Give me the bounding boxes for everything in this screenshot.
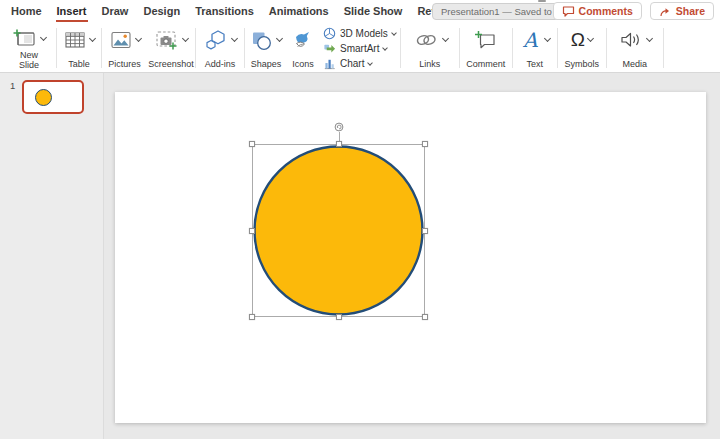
ribbon-button-label: Symbols — [565, 59, 600, 69]
chevron-down-icon — [544, 35, 551, 42]
chevron-down-icon — [383, 45, 389, 51]
oval-shape[interactable] — [252, 144, 425, 317]
tab-design[interactable]: Design — [142, 2, 181, 22]
add-ins-icon — [203, 29, 229, 51]
chart-button[interactable]: Chart — [323, 57, 396, 70]
resize-handle-se[interactable] — [422, 314, 428, 320]
ribbon-button-label: Links — [419, 59, 440, 69]
pictures-button[interactable]: Pictures — [102, 24, 147, 72]
icons-icon — [291, 29, 315, 51]
slide-thumbnail[interactable] — [22, 80, 84, 114]
slide-thumbnail-panel: 1 — [0, 73, 104, 439]
chevron-down-icon — [368, 60, 374, 66]
resize-handle-ne[interactable] — [422, 141, 428, 147]
icons-button[interactable]: Icons — [287, 24, 319, 72]
media-button[interactable]: Media — [607, 24, 663, 72]
group-separator — [663, 28, 664, 68]
table-icon — [63, 30, 87, 50]
thumbnail-circle-shape — [35, 89, 52, 106]
pictures-icon — [109, 30, 133, 50]
omega-icon: Ω — [571, 30, 585, 50]
media-speaker-icon — [618, 30, 644, 50]
tab-animations[interactable]: Animations — [268, 2, 330, 22]
chevron-down-icon — [182, 35, 189, 42]
shapes-icon — [250, 30, 274, 51]
comment-button[interactable]: Comment — [460, 24, 512, 72]
new-comment-icon — [474, 30, 498, 51]
comments-button[interactable]: Comments — [553, 2, 642, 20]
chevron-down-icon — [442, 35, 449, 42]
chevron-down-icon — [89, 35, 96, 42]
chevron-down-icon — [231, 35, 238, 42]
ribbon-button-label: Pictures — [108, 59, 141, 69]
ribbon-button-label: Table — [68, 59, 90, 69]
text-button[interactable]: A Text — [513, 24, 557, 72]
chart-icon — [323, 57, 336, 70]
share-icon — [659, 6, 672, 17]
links-button[interactable]: Links — [401, 24, 459, 72]
share-label: Share — [676, 5, 705, 17]
resize-handle-nw[interactable] — [249, 141, 255, 147]
ribbon-button-label: Screenshot — [148, 59, 194, 69]
shape-selection-box[interactable] — [252, 144, 425, 317]
ribbon: New Slide Table — [0, 24, 720, 73]
tab-slide-show[interactable]: Slide Show — [343, 2, 404, 22]
rotation-handle[interactable] — [334, 122, 344, 132]
screenshot-icon — [154, 30, 180, 51]
tooltip-notch — [538, 0, 546, 2]
tab-transitions[interactable]: Transitions — [194, 2, 255, 22]
smartart-button[interactable]: SmartArt — [323, 42, 396, 55]
slide-1[interactable] — [115, 92, 706, 423]
ribbon-button-label: Icons — [292, 59, 314, 69]
text-icon: A — [520, 29, 542, 51]
resize-handle-s[interactable] — [336, 314, 342, 320]
slide-number: 1 — [10, 80, 15, 91]
resize-handle-w[interactable] — [249, 228, 255, 234]
share-button[interactable]: Share — [650, 2, 714, 20]
chevron-down-icon — [587, 35, 594, 42]
3d-models-button[interactable]: 3D Models — [323, 27, 396, 40]
ribbon-button-label: Text — [527, 59, 544, 69]
chevron-down-icon — [391, 30, 397, 36]
ribbon-button-label: Shapes — [251, 59, 282, 69]
new-slide-button[interactable]: New Slide — [2, 24, 56, 72]
shapes-button[interactable]: Shapes — [245, 24, 287, 72]
chevron-down-icon — [276, 35, 283, 42]
comment-bubble-icon — [562, 6, 575, 17]
chevron-down-icon — [646, 35, 653, 42]
smartart-icon — [323, 42, 336, 55]
ribbon-button-label: Media — [623, 59, 648, 69]
chevron-down-icon — [134, 35, 141, 42]
resize-handle-sw[interactable] — [249, 314, 255, 320]
editing-canvas[interactable] — [104, 73, 720, 439]
tab-insert[interactable]: Insert — [56, 2, 88, 22]
ribbon-button-label: New Slide — [13, 50, 45, 70]
resize-handle-n[interactable] — [336, 141, 342, 147]
ribbon-button-label: Chart — [340, 58, 364, 69]
svg-text:A: A — [522, 29, 538, 51]
ribbon-button-label: SmartArt — [340, 43, 379, 54]
links-icon — [412, 31, 440, 49]
ribbon-button-label: Add-ins — [205, 59, 236, 69]
ribbon-button-label: Comment — [466, 59, 505, 69]
add-ins-button[interactable]: Add-ins — [196, 24, 244, 72]
resize-handle-e[interactable] — [422, 228, 428, 234]
new-slide-icon — [12, 28, 38, 50]
ribbon-button-label: 3D Models — [340, 28, 388, 39]
chevron-down-icon — [40, 34, 47, 41]
symbols-button[interactable]: Ω Symbols — [558, 24, 606, 72]
tab-draw[interactable]: Draw — [101, 2, 130, 22]
menu-bar: Home Insert Draw Design Transitions Anim… — [0, 0, 720, 24]
screenshot-button[interactable]: Screenshot — [147, 24, 195, 72]
table-button[interactable]: Table — [57, 24, 101, 72]
tab-home[interactable]: Home — [10, 2, 43, 22]
3d-models-icon — [323, 27, 336, 40]
comments-label: Comments — [579, 5, 633, 17]
